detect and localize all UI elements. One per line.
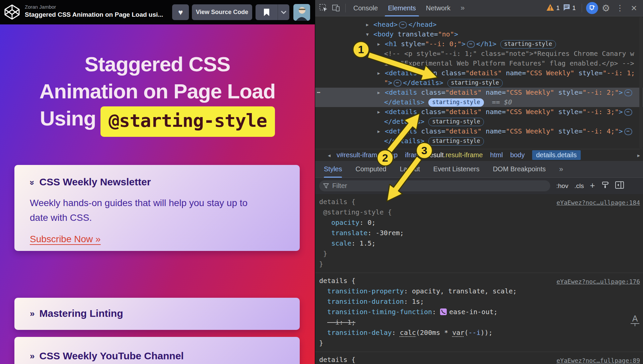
result-preview: Staggered CSS Animation on Page Load Usi… <box>0 24 315 364</box>
toggle-hover-state[interactable]: :hov <box>556 182 568 190</box>
starting-style-badge[interactable]: starting-style <box>447 79 503 87</box>
issues-icon[interactable] <box>563 4 570 12</box>
starting-style-badge[interactable]: starting-style <box>428 118 484 126</box>
warning-icon[interactable] <box>546 4 554 12</box>
stylesheet-source-link[interactable]: eYaEwez?noc…fullpage:89 <box>557 355 640 364</box>
more-tabs-icon[interactable]: » <box>455 0 470 16</box>
details-marker-icon: » <box>27 180 38 185</box>
breadcrumb-item[interactable]: html <box>490 151 503 159</box>
starting-style-badge[interactable]: starting-style <box>428 98 484 107</box>
css-declaration[interactable]: } <box>319 249 640 259</box>
breadcrumb-right-icon[interactable]: ▸ <box>637 152 640 159</box>
divider <box>345 4 346 12</box>
breadcrumb-item[interactable]: details.details <box>532 150 581 160</box>
details-card-youtube[interactable]: » CSS Weekly YouTube Channel <box>14 337 300 364</box>
css-declaration[interactable]: translate: -30rem; <box>319 228 640 238</box>
tab-computed[interactable]: Computed <box>355 161 386 178</box>
dom-tree-line[interactable]: ▸ <details class="details" name="CSS Wee… <box>315 107 643 117</box>
tab-elements[interactable]: Elements <box>383 0 421 16</box>
dom-tree-line[interactable]: ith "Experimental Web Platform Features"… <box>315 59 643 68</box>
dom-tree-line[interactable]: <!-- <p style="--i: 1;" class="note">*Re… <box>315 49 643 59</box>
css-declaration[interactable]: scale: 1.5; <box>319 238 640 249</box>
dom-tree-line[interactable]: ▸ <details class="details" name="CSS Wee… <box>315 126 643 136</box>
expand-inline-icon[interactable]: ⋯ <box>624 89 632 96</box>
bezier-editor-icon[interactable] <box>440 308 447 315</box>
dom-tree-line[interactable]: ▸ <details open class="details" name="CS… <box>315 68 643 78</box>
css-declaration[interactable]: @starting-style { <box>319 207 640 217</box>
css-rule: eYaEwez?noc…ullpage:184details { @starti… <box>315 194 643 273</box>
details-summary[interactable]: » CSS Weekly YouTube Channel <box>30 350 284 362</box>
breadcrumb-item[interactable]: iframe#result.result-iframe <box>405 151 483 159</box>
codepen-logo-icon[interactable] <box>4 4 20 20</box>
screenshot-root: Zoran Jambor Staggered CSS Animation on … <box>0 0 643 364</box>
css-declaration[interactable]: transition-property: opacity, translate,… <box>319 286 640 296</box>
rendering-emulation-icon[interactable] <box>601 181 609 190</box>
dom-tree-line[interactable]: </details> starting-style == $0 <box>315 97 643 107</box>
details-summary[interactable]: » Mastering Linting <box>30 308 284 319</box>
stylesheet-source-link[interactable]: eYaEwez?noc…ullpage:176 <box>557 276 640 287</box>
css-declaration[interactable]: transition-duration: 1s; <box>319 296 640 307</box>
css-declaration[interactable]: transition-delay: calc(200ms * var(--i))… <box>319 328 640 338</box>
scrollbar[interactable] <box>639 17 643 149</box>
starting-style-badge[interactable]: starting-style <box>500 40 556 49</box>
tab-event-listeners[interactable]: Event Listeners <box>433 161 480 178</box>
dom-tree-line[interactable]: ">⋯</details> starting-style <box>315 78 643 88</box>
dom-tree-line[interactable]: ▸ <h1 style="--i: 0;">⋯</h1> starting-st… <box>315 39 643 49</box>
warning-count: 1 <box>556 5 560 12</box>
expand-inline-icon[interactable]: ⋯ <box>467 41 475 48</box>
avatar[interactable] <box>293 4 310 21</box>
details-marker-icon: » <box>30 351 34 361</box>
new-style-rule-button[interactable]: + <box>590 180 595 191</box>
tab-console[interactable]: Console <box>348 0 383 16</box>
devtools-toolbar: Console Elements Network » 1 1 <box>315 0 643 16</box>
font-size-adjust-icon[interactable]: A <box>630 314 640 326</box>
starting-style-badge[interactable]: starting-style <box>428 137 484 146</box>
dom-tree-line[interactable]: </details> starting-style <box>315 117 643 126</box>
breadcrumb-left-icon[interactable]: ◂ <box>328 152 331 159</box>
dom-tree-line[interactable]: ▾ <body translate="no"> <box>315 29 643 39</box>
kebab-menu-icon[interactable]: ⋮ <box>614 2 626 14</box>
details-card-newsletter[interactable]: » CSS Weekly Newsletter Weekly hands-on … <box>14 165 300 251</box>
breadcrumb-item[interactable]: v#result-iframe-wrap <box>337 151 398 159</box>
heart-button[interactable]: ♥ <box>172 4 189 20</box>
sidebar-toggle-icon[interactable] <box>615 181 624 190</box>
subscribe-link[interactable]: Subscribe Now » <box>30 234 101 245</box>
expand-inline-icon[interactable]: ⋯ <box>624 109 632 116</box>
expand-inline-icon[interactable]: ⋯ <box>394 80 402 87</box>
breadcrumb-item[interactable]: body <box>510 151 524 159</box>
bookmark-icon[interactable] <box>256 4 278 20</box>
inspect-element-icon[interactable] <box>318 2 329 14</box>
toggle-classes[interactable]: .cls <box>574 182 584 190</box>
bookmark-split-button[interactable] <box>256 4 289 20</box>
pen-author[interactable]: Zoran Jambor <box>25 4 56 10</box>
expand-inline-icon[interactable]: ⋯ <box>624 128 632 135</box>
stylesheet-source-link[interactable]: eYaEwez?noc…ullpage:184 <box>557 197 640 208</box>
details-card-linting[interactable]: » Mastering Linting <box>14 298 300 330</box>
tab-styles[interactable]: Styles <box>324 161 342 178</box>
tab-dom-breakpoints[interactable]: DOM Breakpoints <box>493 161 546 178</box>
tab-network[interactable]: Network <box>421 0 455 16</box>
settings-gear-icon[interactable]: ⚙ <box>600 2 612 14</box>
view-source-button[interactable]: View Source Code <box>192 4 252 20</box>
css-declaration[interactable]: --i: 1; <box>319 317 640 328</box>
extension-button[interactable] <box>586 2 598 14</box>
issues-count: 1 <box>572 5 576 12</box>
dom-tree-line[interactable]: ▸ <details class="details" name="CSS Wee… <box>315 88 643 97</box>
selected-node-more-icon[interactable]: ⋯ <box>317 89 321 96</box>
device-toolbar-icon[interactable] <box>331 2 342 14</box>
breadcrumb: ◂ v#result-iframe-wrapiframe#result.resu… <box>315 149 643 161</box>
css-declaration[interactable]: transition-timing-function: ease-in-out; <box>319 307 640 317</box>
dom-tree-line[interactable]: ▸ <head>⋯</head> <box>315 20 643 29</box>
expand-inline-icon[interactable]: ⋯ <box>399 21 407 28</box>
more-panels-icon[interactable]: » <box>559 161 563 178</box>
dom-tree-line[interactable]: </details> starting-style <box>315 136 643 146</box>
close-devtools-icon[interactable]: × <box>628 2 640 14</box>
styles-filter-input[interactable]: Filter <box>319 180 550 191</box>
pen-title: Staggered CSS Animation on Page Load usi… <box>25 11 163 18</box>
css-declaration[interactable]: } <box>319 259 640 269</box>
details-summary[interactable]: » CSS Weekly Newsletter <box>30 176 284 188</box>
tab-layout[interactable]: Layout <box>400 161 420 178</box>
css-declaration[interactable]: } <box>319 338 640 348</box>
chevron-down-icon[interactable] <box>278 4 289 20</box>
css-declaration[interactable]: opacity: 0; <box>319 217 640 228</box>
